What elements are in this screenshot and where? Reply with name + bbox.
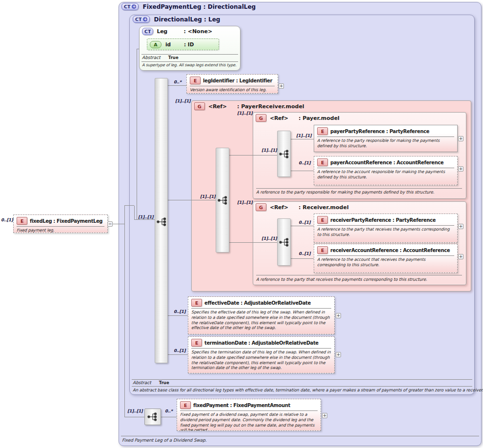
divider [141, 61, 238, 62]
divider [132, 386, 472, 387]
element-title: payerAccountReference : AccountReference [330, 160, 443, 165]
attribute-type: : ID [184, 41, 194, 47]
collapse-button-fixedleg[interactable]: − [107, 221, 113, 227]
connector-line [134, 219, 155, 220]
ct-badge: CT [142, 28, 153, 35]
element-title: legIdentifier : LegIdentifier [203, 78, 272, 83]
cardinality-label: [1]..[1] [200, 194, 215, 199]
group-name: <Ref> [208, 103, 234, 110]
complextype-header-directionalleg[interactable]: CT+ DirectionalLeg : Leg [133, 16, 220, 23]
cardinality-label: [1]..[1] [262, 148, 277, 153]
diagram-caption: Fixed Payment Leg of a Dividend Swap. [122, 438, 207, 443]
element-title: fixedLeg : FixedPaymentLeg [30, 218, 102, 224]
schema-diagram: CT+ FixedPaymentLeg : DirectionalLeg CT+… [0, 0, 483, 448]
connector-line [291, 139, 314, 139]
element-badge: E [191, 339, 202, 347]
expand-button-receiverpartyreference[interactable]: + [458, 224, 463, 229]
connector-line [161, 417, 177, 417]
cardinality-label: 0..[1] [299, 220, 310, 225]
element-badge: E [317, 246, 328, 254]
attribute-name: id [165, 41, 180, 47]
complextype-header-fixedpaymentleg[interactable]: CT+ FixedPaymentLeg : DirectionalLeg [121, 3, 256, 10]
connector-line [291, 258, 314, 259]
complextype-title: FixedPaymentLeg : DirectionalLeg [142, 3, 256, 10]
divider [17, 226, 104, 227]
abstract-value: True [168, 55, 179, 60]
element-description: Fixed payment leg. [17, 228, 104, 233]
type-description: A supertype of leg. All swap legs extend… [142, 63, 240, 68]
connector-line [168, 354, 188, 355]
element-title: terminationDate : AdjustableOrRelativeDa… [204, 340, 319, 346]
sequence-icon-box [144, 409, 161, 425]
connector-line [291, 226, 314, 226]
abstract-label: Abstract [133, 380, 151, 385]
group-type: : Payer.model [299, 115, 340, 121]
divider [256, 275, 462, 275]
expand-button-fixedpayment[interactable]: + [322, 413, 327, 418]
abstract-row: Abstract True [133, 380, 169, 385]
cardinality-label: 0..[1] [299, 251, 310, 256]
cardinality-label: 0..* [165, 409, 173, 413]
plus-circle-icon: + [132, 4, 136, 9]
cardinality-label: [1]..[1] [296, 133, 311, 138]
type-description: An abstract base class for all direction… [133, 388, 472, 392]
cardinality-label: 0..[1] [1, 217, 13, 222]
element-box-payerpartyreference[interactable]: EpayerPartyReference : PartyReference A … [314, 125, 458, 152]
group-header-payerreceiver-model: G <Ref> : PayerReceiver.model [194, 102, 304, 110]
element-badge: E [17, 217, 27, 225]
connector-line [168, 315, 188, 316]
element-description: A reference to the party that receives t… [317, 227, 454, 237]
divider [317, 136, 454, 137]
group-footer-payer: A reference to the party responsible for… [256, 190, 463, 195]
connector-line [125, 205, 134, 206]
abstract-row: Abstract True [142, 55, 179, 60]
group-type: : PayerReceiver.model [237, 103, 304, 110]
connector-line [113, 224, 124, 224]
element-box-receiveraccountreference[interactable]: EreceiverAccountReference : AccountRefer… [314, 244, 458, 273]
expand-button-terminationdate[interactable]: + [336, 352, 341, 357]
element-badge: E [180, 401, 191, 409]
element-description: A reference to the account that receives… [317, 257, 454, 268]
cardinality-label: 0..[1] [174, 348, 185, 353]
element-box-receiverpartyreference[interactable]: EreceiverPartyReference : PartyReference… [314, 214, 458, 243]
element-box-effectivedate[interactable]: EeffectiveDate : AdjustableOrRelativeDat… [188, 296, 335, 334]
element-description: A reference to the account responsible f… [317, 169, 454, 180]
element-title: effectiveDate : AdjustableOrRelativeDate [204, 300, 311, 306]
attribute-box-id[interactable]: A id : ID [147, 39, 219, 50]
expand-button-legidentifier[interactable]: + [279, 83, 284, 89]
element-description: Version aware identification of this leg… [190, 87, 275, 93]
divider [141, 54, 238, 55]
element-box-legidentifier[interactable]: ElegIdentifier : LegIdentifier Version a… [186, 74, 278, 94]
divider [121, 436, 479, 436]
cardinality-label: [1]..[1] [175, 98, 190, 103]
element-badge: E [191, 299, 202, 307]
connector-line [291, 171, 314, 171]
connector-line [168, 85, 186, 86]
connector-line [125, 417, 144, 417]
expand-button-receiveraccountreference[interactable]: + [458, 254, 463, 259]
connector-line [134, 206, 135, 219]
group-badge: G [194, 102, 205, 110]
expand-button-payerpartyreference[interactable]: + [458, 136, 463, 141]
element-box-payeraccountreference[interactable]: EpayerAccountReference : AccountReferenc… [314, 156, 458, 185]
element-box-terminationdate[interactable]: EterminationDate : AdjustableOrRelativeD… [188, 336, 335, 373]
element-badge: E [317, 216, 328, 224]
divider [317, 225, 454, 226]
group-footer-receiver: A reference to the party that receives t… [256, 277, 463, 282]
element-box-fixedpayment[interactable]: EfixedPayment : FixedPaymentAmount Fixed… [177, 399, 321, 431]
abstract-value: True [159, 380, 169, 385]
expand-button-payeraccountreference[interactable]: + [458, 166, 463, 172]
element-badge: E [190, 77, 201, 84]
divider [317, 255, 454, 256]
expand-button-effectivedate[interactable]: + [336, 313, 341, 318]
cardinality-label: [1]..[1] [237, 200, 252, 205]
sequence-icon [279, 238, 290, 247]
group-type: : Receiver.model [299, 204, 349, 211]
divider [191, 308, 331, 309]
divider [132, 379, 472, 380]
divider [191, 348, 331, 349]
sequence-icon [218, 196, 228, 205]
connector-line [168, 200, 216, 200]
sequence-icon [279, 150, 290, 158]
element-box-fixedleg[interactable]: EfixedLeg : FixedPaymentLeg Fixed paymen… [13, 214, 108, 233]
